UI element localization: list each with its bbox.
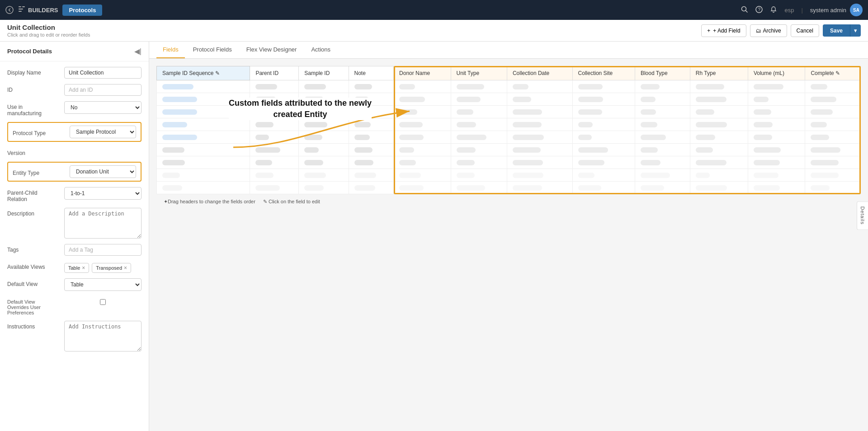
col-rh-type[interactable]: Rh Type xyxy=(690,66,748,80)
tab-protocol-fields[interactable]: Protocol Fields xyxy=(187,42,238,58)
table-cell xyxy=(805,118,861,131)
table-cell xyxy=(299,156,349,169)
table-cell xyxy=(394,80,451,93)
table-cell xyxy=(299,80,349,93)
col-sample-id-sequence[interactable]: Sample ID Sequence ✎ xyxy=(157,66,250,80)
table-cell xyxy=(394,144,451,156)
table-cell xyxy=(690,169,748,182)
tags-input[interactable] xyxy=(64,244,142,256)
id-input[interactable] xyxy=(64,84,142,96)
table-cell xyxy=(748,169,805,182)
bell-icon[interactable] xyxy=(770,6,777,14)
table-cell xyxy=(250,144,299,156)
table-cell xyxy=(748,118,805,131)
nav-user: system admin SA xyxy=(810,4,863,16)
nav-divider: esp xyxy=(784,7,794,14)
table-cell xyxy=(157,118,250,131)
table-cell xyxy=(451,106,507,118)
save-button[interactable]: Save xyxy=(823,24,850,37)
col-blood-type[interactable]: Blood Type xyxy=(635,66,690,80)
tag-table-label: Table xyxy=(68,265,80,271)
help-icon[interactable]: ? xyxy=(755,6,763,14)
table-cell xyxy=(394,118,451,131)
nav-separator: | xyxy=(801,7,802,14)
default-view-row: Default View Table Transposed xyxy=(7,278,142,291)
builders-icon xyxy=(18,5,25,14)
table-cell xyxy=(451,80,507,93)
table-cell xyxy=(748,131,805,144)
protocols-button[interactable]: Protocols xyxy=(62,5,102,16)
table-cell xyxy=(635,131,690,144)
table-cell xyxy=(507,156,572,169)
use-in-mfg-label: Use inmanufacturing xyxy=(7,101,61,117)
table-cell xyxy=(805,182,861,194)
back-button[interactable] xyxy=(5,6,14,14)
add-field-button[interactable]: + + Add Field xyxy=(701,24,746,37)
table-cell xyxy=(572,182,635,194)
description-row: Description xyxy=(7,208,142,239)
table-cell xyxy=(805,106,861,118)
parent-child-select[interactable]: 1-to-1 xyxy=(64,187,142,200)
table-cell xyxy=(451,182,507,194)
instructions-label: Instructions xyxy=(7,321,61,330)
table-cell xyxy=(572,93,635,106)
table-cell xyxy=(635,118,690,131)
save-dropdown-button[interactable]: ▾ xyxy=(850,24,861,37)
page-title-block: Unit Collection Click and drag to edit o… xyxy=(7,23,90,37)
archive-icon: 🗂 xyxy=(756,28,761,34)
search-icon[interactable] xyxy=(741,6,748,14)
archive-button[interactable]: 🗂 Archive xyxy=(750,24,787,37)
tab-flex-view-designer[interactable]: Flex View Designer xyxy=(240,42,303,58)
table-cell xyxy=(507,182,572,194)
use-in-mfg-select[interactable]: No Yes xyxy=(64,101,142,114)
table-cell xyxy=(635,80,690,93)
default-view-overrides-checkbox[interactable] xyxy=(64,299,142,305)
col-collection-date[interactable]: Collection Date xyxy=(507,66,572,80)
sidebar-collapse-button[interactable]: ◀| xyxy=(134,47,142,56)
entity-type-select[interactable]: Donation Unit xyxy=(70,165,136,178)
table-cell xyxy=(507,118,572,131)
col-note[interactable]: Note xyxy=(349,66,394,80)
protocol-type-label: Protocol Type xyxy=(13,127,67,136)
tag-transposed-remove[interactable]: × xyxy=(124,265,127,271)
right-panel-tab[interactable]: Details xyxy=(857,201,868,230)
main-layout: Protocol Details ◀| Display Name ID Use … xyxy=(0,42,868,431)
tag-transposed: Transposed × xyxy=(92,263,131,273)
version-label: Version xyxy=(7,147,61,156)
col-collection-site[interactable]: Collection Site xyxy=(572,66,635,80)
tab-actions[interactable]: Actions xyxy=(305,42,337,58)
display-name-input[interactable] xyxy=(64,67,142,79)
tab-fields[interactable]: Fields xyxy=(156,42,185,58)
table-cell xyxy=(507,93,572,106)
table-cell xyxy=(299,182,349,194)
table-cell xyxy=(451,169,507,182)
cancel-button[interactable]: Cancel xyxy=(791,24,819,37)
col-unit-type[interactable]: Unit Type xyxy=(451,66,507,80)
table-cell xyxy=(394,182,451,194)
default-view-select[interactable]: Table Transposed xyxy=(64,278,142,291)
table-cell xyxy=(572,156,635,169)
instructions-textarea[interactable] xyxy=(64,321,142,351)
tag-table-remove[interactable]: × xyxy=(82,265,85,271)
table-cell xyxy=(349,182,394,194)
table-cell xyxy=(349,144,394,156)
table-cell xyxy=(690,106,748,118)
col-parent-id[interactable]: Parent ID xyxy=(250,66,299,80)
table-cell xyxy=(748,106,805,118)
col-complete[interactable]: Complete ✎ xyxy=(805,66,861,80)
save-group: Save ▾ xyxy=(823,24,861,37)
table-cell xyxy=(507,106,572,118)
col-donor-name[interactable]: Donor Name xyxy=(394,66,451,80)
description-textarea[interactable] xyxy=(64,208,142,239)
col-volume-ml[interactable]: Volume (mL) xyxy=(748,66,805,80)
id-label: ID xyxy=(7,84,61,93)
col-sample-id[interactable]: Sample ID xyxy=(299,66,349,80)
table-cell xyxy=(690,182,748,194)
default-view-label: Default View xyxy=(7,278,61,287)
protocol-type-select[interactable]: Sample Protocol xyxy=(70,126,136,138)
table-cell xyxy=(572,118,635,131)
table-cell xyxy=(250,118,299,131)
display-name-label: Display Name xyxy=(7,67,61,76)
page-header: Unit Collection Click and drag to edit o… xyxy=(0,20,868,42)
table-cell xyxy=(394,156,451,169)
